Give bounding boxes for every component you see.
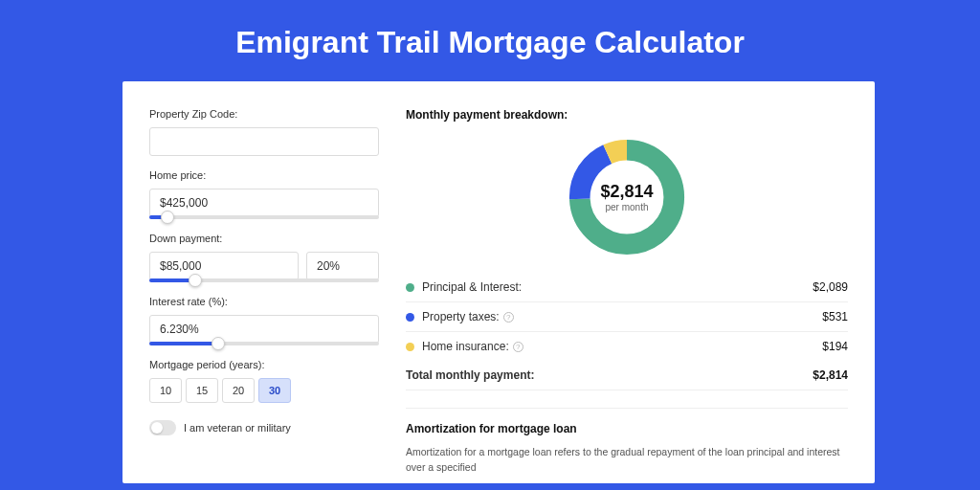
total-line: Total monthly payment: $2,814 <box>406 361 848 390</box>
zip-label: Property Zip Code: <box>149 108 379 120</box>
period-button-30[interactable]: 30 <box>258 378 291 403</box>
total-value: $2,814 <box>813 368 848 382</box>
down-payment-input[interactable] <box>149 252 299 280</box>
breakdown-line: Principal & Interest:$2,089 <box>406 273 848 302</box>
breakdown-panel: Monthly payment breakdown: $2,814 per mo… <box>406 108 848 483</box>
form-panel: Property Zip Code: Home price: Down paym… <box>149 108 379 483</box>
breakdown-item-value: $531 <box>822 310 848 323</box>
veteran-toggle-row: I am veteran or military <box>149 420 379 435</box>
breakdown-title: Monthly payment breakdown: <box>406 108 848 122</box>
legend-dot <box>406 343 414 351</box>
down-payment-label: Down payment: <box>149 233 379 244</box>
amortization-text: Amortization for a mortgage loan refers … <box>406 445 848 476</box>
veteran-toggle-knob <box>151 422 163 434</box>
total-label: Total monthly payment: <box>406 368 813 382</box>
interest-rate-label: Interest rate (%): <box>149 296 379 307</box>
home-price-input[interactable] <box>149 189 379 217</box>
interest-rate-input[interactable] <box>149 315 379 344</box>
period-button-20[interactable]: 20 <box>222 378 255 403</box>
breakdown-item-value: $2,089 <box>813 280 848 294</box>
breakdown-item-label: Home insurance:? <box>422 340 822 353</box>
home-price-label: Home price: <box>149 169 379 181</box>
interest-rate-group: Interest rate (%): <box>149 296 379 345</box>
home-price-slider-thumb[interactable] <box>161 211 174 224</box>
veteran-toggle[interactable] <box>149 420 176 435</box>
interest-rate-slider-thumb[interactable] <box>212 337 225 350</box>
legend-dot <box>406 283 414 292</box>
calculator-card: Property Zip Code: Home price: Down paym… <box>122 81 875 483</box>
home-price-group: Home price: <box>149 169 379 219</box>
amortization-section: Amortization for mortgage loan Amortizat… <box>406 408 848 476</box>
legend-dot <box>406 313 414 322</box>
breakdown-line: Home insurance:?$194 <box>406 332 848 361</box>
period-button-15[interactable]: 15 <box>186 378 218 403</box>
amortization-title: Amortization for mortgage loan <box>406 422 848 435</box>
down-payment-slider[interactable] <box>149 278 379 282</box>
breakdown-item-value: $194 <box>822 340 848 353</box>
home-price-slider[interactable] <box>149 215 379 219</box>
period-label: Mortgage period (years): <box>149 359 379 370</box>
down-payment-group: Down payment: <box>149 233 379 282</box>
period-button-10[interactable]: 10 <box>149 378 182 403</box>
zip-input[interactable] <box>149 127 379 156</box>
donut-amount: $2,814 <box>600 182 653 202</box>
donut-chart-wrap: $2,814 per month <box>406 131 848 273</box>
info-icon[interactable]: ? <box>513 342 523 352</box>
breakdown-line: Property taxes:?$531 <box>406 302 848 332</box>
breakdown-item-label: Property taxes:? <box>422 310 822 323</box>
period-group: Mortgage period (years): 10152030 <box>149 359 379 403</box>
down-payment-slider-thumb[interactable] <box>189 274 202 287</box>
donut-sub: per month <box>605 202 648 212</box>
info-icon[interactable]: ? <box>503 312 514 323</box>
zip-field-group: Property Zip Code: <box>149 108 379 156</box>
veteran-label: I am veteran or military <box>184 422 291 434</box>
interest-rate-slider[interactable] <box>149 342 379 345</box>
donut-chart: $2,814 per month <box>565 135 689 259</box>
page-title: Emigrant Trail Mortgage Calculator <box>0 0 980 81</box>
down-payment-pct-input[interactable] <box>306 252 379 280</box>
breakdown-item-label: Principal & Interest: <box>422 280 813 294</box>
donut-center: $2,814 per month <box>565 135 689 259</box>
